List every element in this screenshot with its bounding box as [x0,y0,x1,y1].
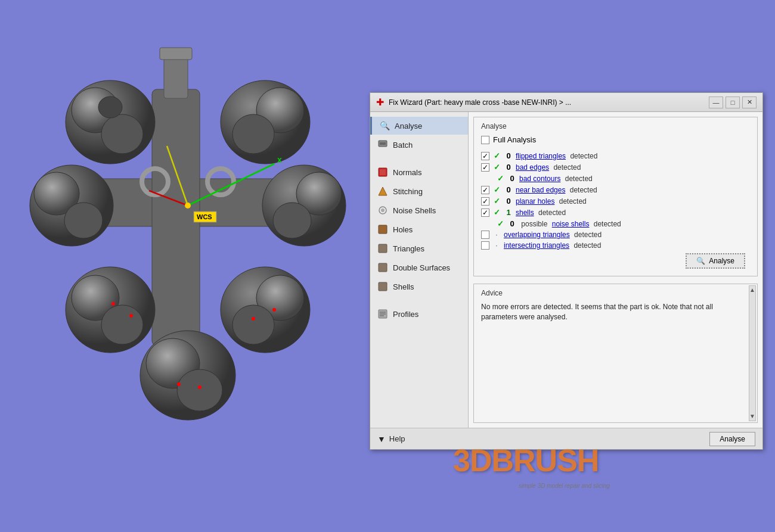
link-near-bad-edges[interactable]: near bad edges [516,186,565,194]
sidebar-item-normals[interactable]: Normals [370,163,468,181]
svg-marker-46 [379,187,387,195]
text-shells-detected: detected [537,209,566,217]
dialog-title: Fix Wizard (Part: heavy male cross -base… [389,98,571,107]
analyse-section: Analyse Full Analysis ✓ ✓ 0 flipped tria… [473,117,758,276]
checkbox-overlapping[interactable] [481,231,489,239]
sidebar-label-triangles: Triangles [393,244,424,253]
fix-wizard-dialog: ✚ Fix Wizard (Part: heavy male cross -ba… [370,92,763,450]
checkbox-intersecting[interactable] [481,241,489,250]
svg-point-23 [232,305,274,344]
checkbox-flipped[interactable]: ✓ [481,152,489,160]
title-bar-left: ✚ Fix Wizard (Part: heavy male cross -ba… [376,97,571,108]
sidebar-label-profiles: Profiles [393,310,418,319]
sidebar-item-holes[interactable]: Holes [370,220,468,238]
svg-rect-2 [152,89,200,346]
sidebar-item-analyse[interactable]: 🔍 Analyse [370,117,468,135]
nav-divider-2 [370,297,468,304]
double-surfaces-icon [377,262,388,273]
help-label: Help [389,434,405,443]
maximize-button[interactable]: □ [726,97,740,108]
noise-shells-icon [377,205,388,216]
row-shells: ✓ ✓ 1 shells detected [481,207,750,218]
advice-text: No more errors are detected. It seems th… [481,302,750,322]
svg-point-14 [64,203,103,238]
svg-point-33 [185,203,191,209]
stitching-icon [377,186,388,197]
count-bad-edges: 0 [504,163,513,172]
scroll-down-arrow[interactable]: ▼ [749,413,755,419]
advice-scrollbar[interactable]: ▲ ▼ [749,285,756,421]
link-bad-edges[interactable]: bad edges [516,163,549,172]
text-near-bad-edges-detected: detected [568,186,597,194]
svg-rect-43 [380,142,386,145]
analyse-btn-label: Analyse [709,257,734,265]
link-noise-shells[interactable]: noise shells [552,220,590,228]
link-intersecting-triangles[interactable]: intersecting triangles [504,241,569,250]
svg-point-17 [273,203,311,238]
link-bad-contours[interactable]: bad contours [519,175,560,183]
viewport: x WCS [0,0,370,532]
svg-rect-51 [379,263,387,272]
text-flipped-detected: detected [568,152,597,160]
link-flipped-triangles[interactable]: flipped triangles [516,152,566,160]
3d-model: x WCS [18,18,358,465]
checkbox-planar-holes[interactable]: ✓ [481,197,489,206]
svg-text:x: x [277,155,282,164]
sidebar-item-double-surfaces[interactable]: Double Surfaces [370,259,468,276]
sidebar-item-batch[interactable]: Batch [370,136,468,154]
sidebar-item-stitching[interactable]: Stitching [370,182,468,200]
sidebar-label-shells: Shells [393,282,414,291]
svg-point-40 [177,382,181,386]
main-panel: Analyse Full Analysis ✓ ✓ 0 flipped tria… [469,112,762,428]
svg-rect-50 [379,244,387,253]
count-noise-shells: 0 [507,219,517,228]
svg-point-26 [177,369,222,411]
analyse-btn-icon: 🔍 [696,257,705,265]
svg-point-41 [198,385,202,389]
dialog-content: 🔍 Analyse Batch Normals Stitchi [370,112,762,428]
count-planar-holes: 0 [504,197,513,206]
svg-point-38 [252,317,255,321]
text-noise-shells-detected: detected [591,220,621,228]
analyse-section-button[interactable]: 🔍 Analyse [686,253,745,269]
normals-icon [377,167,388,178]
sidebar-item-shells[interactable]: Shells [370,278,468,295]
svg-point-20 [101,305,143,344]
text-bad-contours-detected: detected [563,175,592,183]
sidebar-item-profiles[interactable]: Profiles [370,305,468,323]
link-shells[interactable]: shells [516,209,534,217]
svg-point-11 [232,114,274,154]
advice-section: Advice No more errors are detected. It s… [473,284,758,423]
svg-point-48 [381,209,385,212]
green-check-bad-edges: ✓ [492,163,501,172]
checkbox-near-bad-edges[interactable]: ✓ [481,186,489,194]
checkbox-shells[interactable]: ✓ [481,209,489,217]
row-flipped-triangles: ✓ ✓ 0 flipped triangles detected [481,150,750,161]
window-controls: — □ ✕ [709,97,757,108]
sidebar-item-noise-shells[interactable]: Noise Shells [370,201,468,219]
minimize-button[interactable]: — [709,97,723,108]
sidebar: 🔍 Analyse Batch Normals Stitchi [370,112,469,428]
analyse-icon: 🔍 [379,120,390,131]
svg-rect-45 [380,169,386,175]
sidebar-item-triangles[interactable]: Triangles [370,239,468,257]
bottom-analyse-button[interactable]: Analyse [709,432,755,446]
count-flipped: 0 [504,151,513,160]
help-button[interactable]: ▼ Help [377,434,405,444]
sidebar-label-normals: Normals [393,168,421,177]
text-intersecting-detected: detected [572,241,601,250]
link-planar-holes[interactable]: planar holes [516,197,554,206]
analyse-section-title: Analyse [481,122,750,130]
link-overlapping-triangles[interactable]: overlapping triangles [504,231,570,239]
row-overlapping: · overlapping triangles detected [481,229,750,240]
full-analysis-label: Full Analysis [493,135,536,144]
row-noise-shells: ✓ 0 possible noise shells detected [481,218,750,229]
count-shells: 1 [504,208,513,217]
green-check-near-bad-edges: ✓ [492,185,501,194]
checkbox-bad-edges[interactable]: ✓ [481,163,489,172]
green-check-shells: ✓ [492,208,501,217]
svg-text:WCS: WCS [197,213,212,220]
close-button[interactable]: ✕ [742,97,757,108]
scroll-up-arrow[interactable]: ▲ [749,287,755,293]
full-analysis-checkbox[interactable] [481,136,489,144]
